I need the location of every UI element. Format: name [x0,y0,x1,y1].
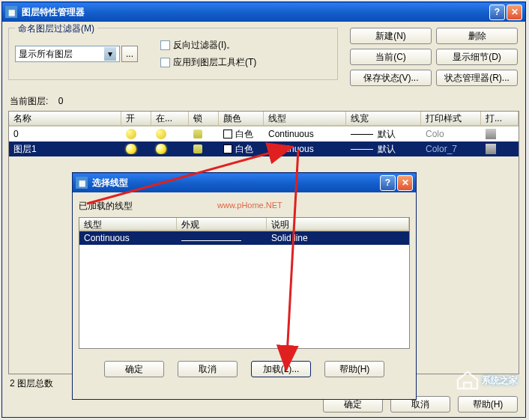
show-detail-button[interactable]: 显示细节(D) [436,49,518,65]
color-swatch[interactable] [223,144,232,153]
app-icon: ▦ [5,6,17,18]
filter-legend: 命名图层过滤器(M) [15,22,97,35]
layer-filter-dropdown[interactable]: 显示所有图层 ▾ [15,46,120,62]
help-icon[interactable]: ? [380,175,396,191]
col-plot[interactable]: 打... [481,112,519,125]
cell-linetype: Continuous [79,233,177,243]
bulb-icon[interactable] [126,144,136,154]
lock-icon[interactable] [193,144,202,153]
dialog-ok-button[interactable]: 确定 [104,361,164,377]
dialog-icon: ▦ [76,177,88,189]
cell-plotstyle: Colo [421,129,481,139]
lock-icon[interactable] [193,130,202,139]
printer-icon[interactable] [486,144,496,154]
new-button[interactable]: 新建(N) [350,28,432,44]
color-swatch[interactable] [223,130,232,139]
sun-icon[interactable] [156,129,166,139]
watermark-text: www.pHome.NET [217,201,282,210]
chevron-down-icon: ▾ [104,47,116,61]
lineweight-preview [351,149,373,150]
col-lock[interactable]: 锁 [189,112,219,125]
linetype-list[interactable]: 线型 外观 说明 Continuous Solid line [79,217,410,349]
state-manager-button[interactable]: 状态管理器(R)... [436,70,518,86]
cell-plotstyle: Color_7 [421,144,481,154]
current-layer-label: 当前图层: [10,96,48,106]
current-button[interactable]: 当前(C) [350,49,432,65]
checkbox-box [160,40,170,50]
layer-total-label: 2 图层总数 [10,377,53,390]
help-icon[interactable]: ? [489,4,505,20]
col-description[interactable]: 说明 [267,218,409,230]
logo-text: 系统之家 [482,375,518,386]
apply-toolbar-label: 应用到图层工具栏(T) [173,56,256,69]
dialog-titlebar: ▦ 选择线型 ? ✕ [73,173,416,192]
save-state-button[interactable]: 保存状态(V)... [350,70,432,86]
apply-toolbar-checkbox[interactable]: 应用到图层工具栏(T) [160,56,256,69]
logo-overlay: 系统之家 [456,371,518,390]
table-row-selected[interactable]: 图层1 白色 Continuous 默认 Color_7 [9,141,519,156]
col-freeze[interactable]: 在... [151,112,189,125]
col-lineweight[interactable]: 线宽 [346,112,421,125]
layer-table-header: 名称 开 在... 锁 颜色 线型 线宽 打印样式 打... [9,112,519,127]
cell-lineweight: 默认 [378,128,396,141]
cell-description: Solid line [267,233,409,243]
printer-icon[interactable] [486,129,496,139]
dialog-cancel-button[interactable]: 取消 [178,361,238,377]
linetype-row-selected[interactable]: Continuous Solid line [79,231,409,245]
bulb-icon[interactable] [126,129,136,139]
close-icon[interactable]: ✕ [507,4,522,20]
col-color[interactable]: 颜色 [219,112,264,125]
appearance-preview [181,240,241,241]
cell-name: 0 [9,129,121,139]
sun-icon[interactable] [156,144,166,154]
close-icon[interactable]: ✕ [397,175,413,191]
cell-linetype[interactable]: Continuous [264,144,346,154]
main-help-button[interactable]: 帮助(H) [458,396,518,413]
invert-filter-label: 反向过滤器(I)。 [173,39,235,52]
cell-lineweight: 默认 [378,143,396,156]
dialog-title: 选择线型 [92,177,378,189]
dialog-load-button[interactable]: 加载(L)... [251,361,311,377]
checkbox-box [160,58,170,67]
filter-browse-button[interactable]: ... [121,46,138,62]
filter-groupbox: 命名图层过滤器(M) 显示所有图层 ▾ ... 反向过滤器(I)。 应用到图层工… [8,28,338,80]
col-linetype[interactable]: 线型 [79,218,177,230]
col-linetype[interactable]: 线型 [264,112,346,125]
col-appearance[interactable]: 外观 [177,218,267,230]
dialog-help-button[interactable]: 帮助(H) [324,361,384,377]
cell-color: 白色 [235,143,253,156]
col-on[interactable]: 开 [121,112,151,125]
delete-button[interactable]: 删除 [436,28,518,44]
current-layer-row: 当前图层: 0 [10,95,518,108]
main-titlebar: ▦ 图层特性管理器 ? ✕ [2,2,525,22]
cell-linetype[interactable]: Continuous [264,129,346,139]
col-name[interactable]: 名称 [9,112,121,125]
table-row[interactable]: 0 白色 Continuous 默认 Colo [9,127,519,141]
cell-color: 白色 [235,128,253,141]
invert-filter-checkbox[interactable]: 反向过滤器(I)。 [160,39,256,52]
lineweight-preview [351,134,373,135]
dropdown-value: 显示所有图层 [19,48,73,61]
main-title: 图层特性管理器 [22,6,488,19]
current-layer-value: 0 [58,96,64,106]
linetype-list-header: 线型 外观 说明 [79,218,409,231]
col-plotstyle[interactable]: 打印样式 [421,112,481,125]
cell-name: 图层1 [9,143,121,156]
